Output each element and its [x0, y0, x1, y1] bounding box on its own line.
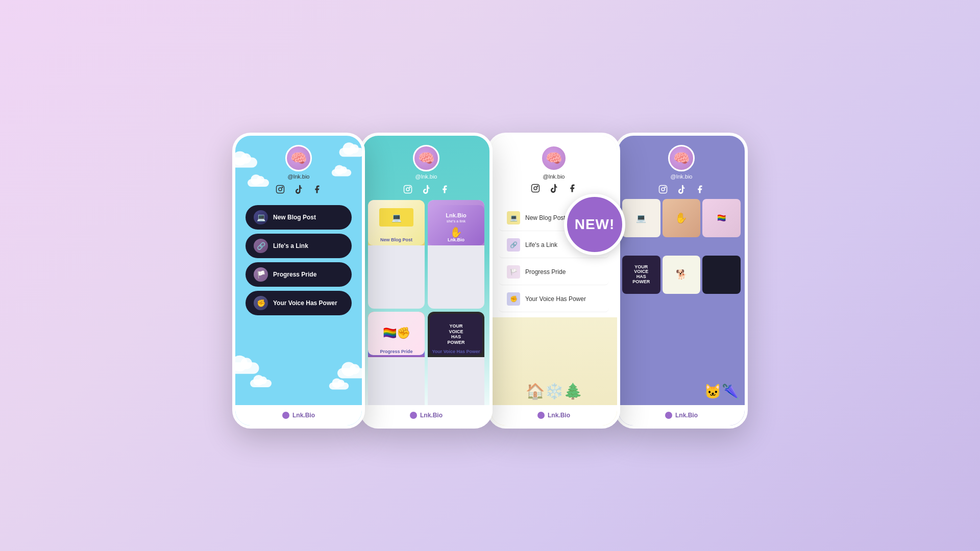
phone-2-grid-label-4: Your Voice Has Power	[428, 349, 484, 354]
phone-2-grid-label-2: Lnk.Bio	[428, 237, 484, 242]
phone-1-avatar-section: 🧠 @lnk.bio	[275, 136, 323, 195]
cloud-deco-bottom-left	[232, 362, 259, 374]
phone-3-link-thumb-1: 💻	[507, 211, 520, 224]
phone-4-mosaic: 💻 ✋ 🏳️‍🌈 YOURVOICEHASPOWER 🐕	[618, 195, 745, 314]
phone-4-mosaic-2[interactable]: ✋	[663, 199, 701, 237]
phone-2-grid-cell-2[interactable]: Lnk.Bio she's a link ✋ Lnk.Bio	[428, 200, 484, 309]
facebook-icon-1[interactable]	[311, 184, 323, 195]
phone-3-link-4[interactable]: ✊ Your Voice Has Power	[499, 286, 609, 312]
phone-4-mosaic-4[interactable]: YOURVOICEHASPOWER	[622, 256, 660, 294]
new-badge-text: NEW!	[575, 216, 615, 233]
svg-rect-3	[404, 186, 412, 193]
phone-4-footer-dot	[665, 412, 672, 419]
cloud-deco-top-left	[232, 158, 257, 168]
tiktok-icon-4[interactable]	[676, 184, 687, 195]
cloud-deco-bottom-left-2	[250, 380, 272, 387]
phone-3-link-label-1: New Blog Post	[525, 214, 566, 221]
phones-container: 🧠 @lnk.bio	[232, 133, 748, 429]
phone-4-avatar: 🧠	[668, 145, 695, 171]
svg-point-5	[409, 187, 410, 188]
phone-4-deco: 🐱🌂	[704, 383, 740, 400]
phone-1-link-4[interactable]: ✊ Your Voice Has Power	[246, 291, 352, 315]
svg-rect-0	[277, 186, 284, 193]
svg-point-10	[662, 188, 665, 191]
phone-1: 🧠 @lnk.bio	[232, 133, 365, 429]
facebook-icon-4[interactable]	[694, 184, 705, 195]
phone-3-link-label-3: Progress Pride	[525, 268, 566, 276]
phone-1-link-thumb-4: ✊	[254, 296, 268, 310]
phone-3-link-thumb-4: ✊	[507, 292, 520, 306]
phone-4-social-icons	[657, 184, 705, 195]
phone-1-link-thumb-1: 💻	[254, 210, 268, 224]
facebook-icon-2[interactable]	[439, 184, 450, 195]
phone-1-link-label-3: Progress Pride	[273, 271, 316, 278]
phone-1-link-3[interactable]: 🏳️ Progress Pride	[246, 262, 352, 287]
phone-1-footer-label: Lnk.Bio	[292, 412, 315, 419]
phone-1-link-label-2: Life's a Link	[273, 242, 308, 249]
phone-3-footer-dot	[537, 412, 545, 419]
instagram-icon-2[interactable]	[402, 184, 413, 195]
phone-2-grid-cell-3[interactable]: 🏳️‍🌈✊ Progress Pride	[368, 312, 425, 420]
phone-2: 🧠 @lnk.bio	[360, 133, 493, 429]
phone-3-link-label-4: Your Voice Has Power	[525, 295, 586, 303]
phone-4-mosaic-6[interactable]	[702, 256, 741, 294]
svg-point-2	[282, 187, 283, 188]
phone-3-avatar: 🧠	[541, 145, 567, 171]
cloud-deco-bottom-right-2	[329, 383, 349, 390]
phone-1-link-2[interactable]: 🔗 Life's a Link	[246, 234, 352, 258]
phone-1-link-label-1: New Blog Post	[273, 214, 316, 221]
phone-1-username: @lnk.bio	[288, 173, 310, 180]
phone-2-social-icons	[402, 184, 450, 195]
phone-2-footer-label: Lnk.Bio	[420, 412, 443, 419]
phone-2-username: @lnk.bio	[415, 173, 437, 180]
cloud-deco-top-right	[339, 148, 364, 157]
phone-4-mosaic-3[interactable]: 🏳️‍🌈	[702, 199, 741, 237]
phone-4-mosaic-5[interactable]: 🐕	[663, 256, 701, 294]
phone-2-grid-cell-1[interactable]: 💻 New Blog Post	[368, 200, 425, 309]
phone-2-grid-label-1: New Blog Post	[368, 237, 425, 242]
svg-point-11	[665, 187, 666, 188]
phone-2-footer-dot	[410, 412, 417, 419]
phone-1-avatar: 🧠	[285, 145, 312, 171]
phone-2-grid: 💻 New Blog Post Lnk.Bio she's a link	[363, 195, 489, 425]
phone-2-avatar: 🧠	[413, 145, 439, 171]
phone-1-footer-dot	[282, 412, 289, 419]
svg-rect-9	[659, 186, 667, 193]
phone-1-link-thumb-3: 🏳️	[254, 267, 268, 282]
phone-3: 🧠 @lnk.bio	[487, 133, 620, 429]
instagram-icon-1[interactable]	[275, 184, 286, 195]
instagram-icon-3[interactable]	[530, 183, 541, 194]
tiktok-icon-3[interactable]	[548, 183, 559, 194]
phone-4-footer-label: Lnk.Bio	[675, 412, 698, 419]
phone-3-username: @lnk.bio	[543, 173, 565, 180]
new-badge: NEW!	[564, 194, 625, 255]
phone-1-link-1[interactable]: 💻 New Blog Post	[246, 205, 352, 230]
facebook-icon-3[interactable]	[567, 183, 578, 194]
cloud-deco-top-left-2	[248, 179, 269, 187]
phone-2-grid-cell-4[interactable]: YOURVOICEHASPOWER Your Voice Has Power	[428, 312, 484, 420]
phone-1-link-label-4: Your Voice Has Power	[273, 299, 337, 307]
phone-1-social-icons	[275, 184, 323, 195]
phone-3-link-thumb-3: 🏳️	[507, 265, 520, 279]
phone-4-username: @lnk.bio	[671, 173, 693, 180]
instagram-icon-4[interactable]	[657, 184, 669, 195]
tiktok-icon-2[interactable]	[421, 184, 432, 195]
phone-2-avatar-section: 🧠 @lnk.bio	[402, 136, 450, 195]
phone-4: 🧠 @lnk.bio	[615, 133, 748, 429]
tiktok-icon-1[interactable]	[293, 184, 304, 195]
phone-1-links-list: 💻 New Blog Post 🔗 Life's a Link 🏳️ Progr…	[235, 198, 362, 322]
svg-point-4	[406, 188, 409, 191]
phone-2-footer: Lnk.Bio	[363, 405, 489, 425]
svg-point-1	[279, 188, 282, 191]
phone-1-link-thumb-2: 🔗	[254, 239, 268, 253]
winter-scene: 🏠❄️🌲	[526, 382, 582, 400]
phone-3-social-icons	[530, 183, 578, 194]
phone-4-mosaic-1[interactable]: 💻	[622, 199, 660, 237]
cloud-deco-bottom-right	[337, 368, 365, 379]
phone-2-grid-label-3: Progress Pride	[368, 349, 425, 354]
phone-3-link-3[interactable]: 🏳️ Progress Pride	[499, 259, 609, 285]
phone-3-link-label-2: Life's a Link	[525, 241, 557, 248]
phone-1-footer: Lnk.Bio	[235, 405, 362, 425]
phone-3-footer: Lnk.Bio	[491, 405, 617, 425]
phone-3-footer-label: Lnk.Bio	[548, 412, 570, 419]
